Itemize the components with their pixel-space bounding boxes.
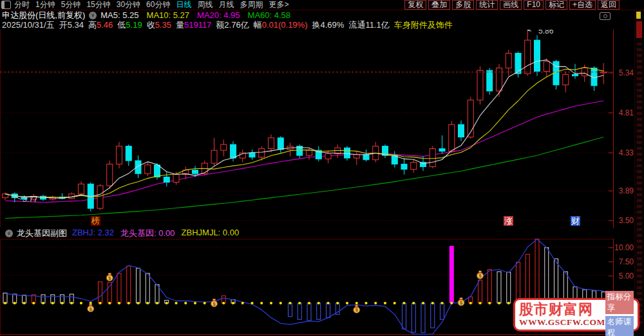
watermark-site-name: 股市财富网 [519, 302, 605, 317]
chart-tag-涨: 涨 [504, 216, 513, 226]
svg-text:5.34: 5.34 [619, 68, 634, 77]
strip-fragment [636, 21, 642, 38]
right-side-strip [634, 10, 644, 336]
svg-text:4.81: 4.81 [619, 108, 634, 117]
top-toolbar: 分时1分钟5分钟15分钟30分钟60分钟日线周线月线多周期更多> 复权叠加多股统… [0, 0, 644, 10]
quote-stat: 收5.35 [147, 19, 171, 31]
svg-text:3.89: 3.89 [619, 186, 634, 195]
svg-text:5.86: 5.86 [538, 30, 554, 35]
money-bag-icon: $ [106, 273, 113, 281]
toolbar-button-画线[interactable]: 画线 [500, 0, 522, 10]
quote-stats-row: 2025/10/31/五 开5.34高5.46低5.19收5.35量519117… [0, 20, 644, 30]
toolbar-buttons: 复权叠加多股统计画线F10标记+自选返回 [404, 0, 644, 10]
camera-icon[interactable] [600, 12, 611, 20]
strip-fragment [636, 12, 641, 19]
toolbar-button-+自选[interactable]: +自选 [569, 0, 596, 10]
watermark-url: WWW.GSCFW.COM [519, 317, 605, 328]
period-tab-多周期[interactable]: 多周期 [240, 0, 263, 10]
toolbar-button-F10[interactable]: F10 [524, 0, 544, 10]
toolbar-button-统计[interactable]: 统计 [476, 0, 498, 10]
chart-tag-财: 财 [571, 216, 580, 226]
money-bags-layer: $$$$$$ [88, 271, 484, 313]
svg-text:5.00: 5.00 [619, 272, 634, 281]
svg-text:3.50: 3.50 [619, 216, 634, 225]
indicator-name: 龙头基因副图 [17, 228, 67, 239]
period-tab-月线[interactable]: 月线 [218, 0, 234, 10]
period-tab-周线[interactable]: 周线 [197, 0, 213, 10]
money-bag-icon: $ [477, 271, 484, 279]
quote-stat: 额2.76亿 [216, 19, 249, 31]
svg-text:7.50: 7.50 [619, 257, 634, 266]
chevron-down-icon[interactable]: ∨ [89, 12, 97, 19]
magenta-signal-bar [450, 246, 454, 303]
quote-date: 2025/10/31/五 [2, 19, 55, 31]
toolbar-button-标记[interactable]: 标记 [545, 0, 567, 10]
candles-layer [3, 30, 607, 212]
quote-stat: 流通11.1亿 [348, 19, 389, 31]
ma-fast-layer [5, 60, 603, 198]
watermark-tag: 名师课程 [605, 316, 634, 336]
svg-text:10.00: 10.00 [614, 243, 634, 252]
main-candlestick-chart[interactable]: 5.344.814.333.893.505.863.77 [0, 30, 644, 228]
period-tab-30分钟[interactable]: 30分钟 [117, 0, 140, 10]
quote-stat: 量519117 [176, 19, 211, 31]
ma-slow-layer [5, 101, 603, 218]
money-bag-icon: $ [211, 299, 218, 307]
quote-stat: 换4.69% [312, 19, 345, 31]
watermark-banner: 股市财富网 WWW.GSCFW.COM 指标分享 名师课程 [513, 298, 639, 331]
svg-text:3.77: 3.77 [23, 195, 38, 204]
strip-glyph-column [637, 43, 642, 326]
period-tab-60分钟[interactable]: 60分钟 [146, 0, 170, 10]
watermark-tag: 指标分享 [605, 291, 634, 314]
period-tab-更多>[interactable]: 更多> [269, 0, 289, 10]
watermark-text: 股市财富网 WWW.GSCFW.COM [519, 302, 605, 328]
quote-stat: 高5.46 [88, 19, 113, 31]
toolbar-button-复权[interactable]: 复权 [404, 0, 426, 10]
industry-label: 车身附件及饰件 [394, 19, 453, 31]
svg-text:4.33: 4.33 [619, 148, 634, 157]
app-window: 分时1分钟5分钟15分钟30分钟60分钟日线周线月线多周期更多> 复权叠加多股统… [0, 0, 644, 336]
money-bag-icon: $ [88, 304, 94, 311]
quote-stat: 开5.34 [59, 19, 84, 31]
quote-stat: 低5.19 [117, 19, 142, 31]
chart-tag-榜: 榜 [91, 216, 100, 226]
window-panel-icon[interactable] [1, 1, 11, 9]
quote-stats: 开5.34高5.46低5.19收5.35量519117额2.76亿幅0.01(0… [59, 19, 390, 31]
period-tab-15分钟[interactable]: 15分钟 [86, 0, 110, 10]
period-tab-日线[interactable]: 日线 [176, 0, 191, 10]
indicator-header: ∨ 龙头基因副图 ZBHJ: 2.32龙头基因: 0.00ZBHJMJL: 0.… [0, 228, 613, 239]
toolbar-button-返回[interactable]: 返回 [598, 0, 620, 10]
quote-stat: 幅0.01(0.19%) [254, 19, 308, 31]
money-bag-icon: $ [354, 305, 360, 313]
indicator-field: ZBHJ: 2.32 [72, 228, 114, 239]
toolbar-button-叠加[interactable]: 叠加 [428, 0, 450, 10]
money-bag-icon: $ [458, 298, 464, 306]
indicator-values: ZBHJ: 2.32龙头基因: 0.00ZBHJMJL: 0.00 [72, 228, 239, 239]
indicator-field: ZBHJMJL: 0.00 [182, 228, 240, 239]
chevron-down-icon[interactable]: ∨ [5, 230, 13, 237]
watermark-tags: 指标分享 名师课程 [605, 291, 634, 336]
toolbar-button-多股[interactable]: 多股 [452, 0, 474, 10]
indicator-field: 龙头基因: 0.00 [120, 228, 175, 239]
